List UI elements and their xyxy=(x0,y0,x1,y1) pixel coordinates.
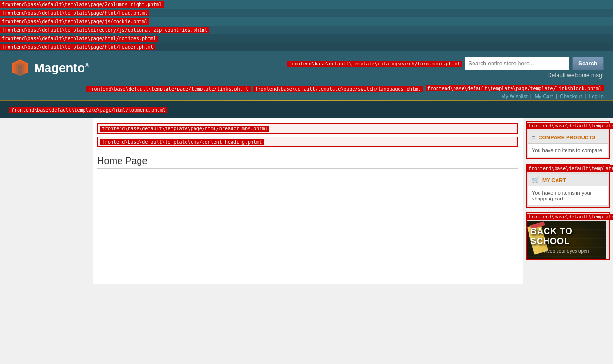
debug-label-head: frontend\base\default\template\page/html… xyxy=(0,10,149,16)
callout-title: BACK TO SCHOOL xyxy=(530,227,603,246)
debug-label-callout: frontend\base\default\template\callouts/… xyxy=(527,214,613,220)
page-title: Home Page xyxy=(97,152,518,169)
breadcrumbs-block: frontend\base\default\template\page/html… xyxy=(97,123,518,134)
debug-label-switch: frontend\base\default\template\page/swit… xyxy=(253,86,423,92)
debug-label-links: frontend\base\default\template\page/temp… xyxy=(86,86,250,92)
cart-body: You have no items in your shopping cart. xyxy=(528,186,608,205)
cart-title: 🛒 MY CART xyxy=(528,174,608,186)
template-row-2col: frontend\base\default\template\page/2col… xyxy=(0,0,613,9)
cart-icon: 🛒 xyxy=(532,176,539,183)
debug-label-cookie: frontend\base\default\template\page/js/c… xyxy=(0,18,149,25)
top-menu-bar: frontend\base\default\template\page/html… xyxy=(0,101,613,118)
left-sidebar xyxy=(0,118,93,284)
debug-label-catalog-search: frontend\base\default\template\catalogse… xyxy=(287,61,462,67)
header-main-row: Magento® frontend\base\default\template\… xyxy=(0,51,613,84)
debug-label-zip: frontend\base\default\template\directory… xyxy=(0,27,209,33)
compare-icon: ≡ xyxy=(532,134,536,141)
debug-label-breadcrumbs: frontend\base\default\template\page/html… xyxy=(100,126,269,132)
template-row-zip: frontend\base\default\template\directory… xyxy=(0,26,613,34)
login-link[interactable]: Log In xyxy=(589,93,604,99)
logo-area[interactable]: Magento® xyxy=(9,57,89,78)
debug-label-topmenu: frontend\base\default\template\page/html… xyxy=(9,107,167,113)
callout-subtitle: Keep your eyes open xyxy=(544,248,589,254)
links-row: frontend\base\default\template\page/temp… xyxy=(0,84,613,100)
template-row-head: frontend\base\default\template\page/html… xyxy=(0,9,613,17)
search-button[interactable]: Search xyxy=(572,57,604,70)
debug-label-header: frontend\base\default\template\page/html… xyxy=(0,44,155,50)
cart-block-inner: 🛒 MY CART You have no items in your shop… xyxy=(528,173,608,206)
template-row-cookie: frontend\base\default\template\page/js/c… xyxy=(0,17,613,26)
magento-logo-icon xyxy=(9,57,30,78)
right-sidebar: frontend\base\default\template\catalog/p… xyxy=(523,118,613,284)
debug-label-2col: frontend\base\default\template\page/2col… xyxy=(0,1,164,8)
cart-block: frontend\base\default\template\checkout/… xyxy=(526,164,610,208)
search-input[interactable] xyxy=(465,57,569,70)
compare-block-inner: ≡ COMPARE PRODUCTS You have no items to … xyxy=(528,131,608,157)
welcome-message: Default welcome msg! xyxy=(548,72,604,79)
debug-label-linksblock: frontend\base\default\template\page/temp… xyxy=(426,85,604,91)
svg-marker-3 xyxy=(18,65,22,76)
template-row-notices: frontend\base\default\template\page/html… xyxy=(0,34,613,43)
callout-block: frontend\base\default\template\callouts/… xyxy=(526,212,610,260)
compare-body: You have no items to compare. xyxy=(528,144,608,157)
compare-title: ≡ COMPARE PRODUCTS xyxy=(528,131,608,144)
callout-image[interactable]: BACK TO SCHOOL Keep your eyes open xyxy=(527,221,606,259)
debug-label-cart: frontend\base\default\template\checkout/… xyxy=(527,165,613,172)
template-row-header: frontend\base\default\template\page/html… xyxy=(0,43,613,51)
wishlist-link[interactable]: My Wishlist xyxy=(501,93,528,99)
debug-label-content-heading: frontend\base\default\template\cms/conte… xyxy=(100,139,264,145)
content-heading-block: frontend\base\default\template\cms/conte… xyxy=(97,136,518,147)
logo-text: Magento® xyxy=(34,61,89,75)
compare-block: frontend\base\default\template\catalog/p… xyxy=(526,121,610,159)
main-wrapper: frontend\base\default\template\page/html… xyxy=(0,118,613,284)
cart-link[interactable]: My Cart xyxy=(535,93,553,99)
nav-links: My Wishlist | My Cart | Checkout | Log I… xyxy=(501,93,604,99)
debug-label-notices: frontend\base\default\template\page/html… xyxy=(0,36,158,42)
debug-label-compare: frontend\base\default\template\catalog/p… xyxy=(527,123,613,129)
center-content: frontend\base\default\template\page/html… xyxy=(93,118,523,284)
checkout-link[interactable]: Checkout xyxy=(560,93,582,99)
